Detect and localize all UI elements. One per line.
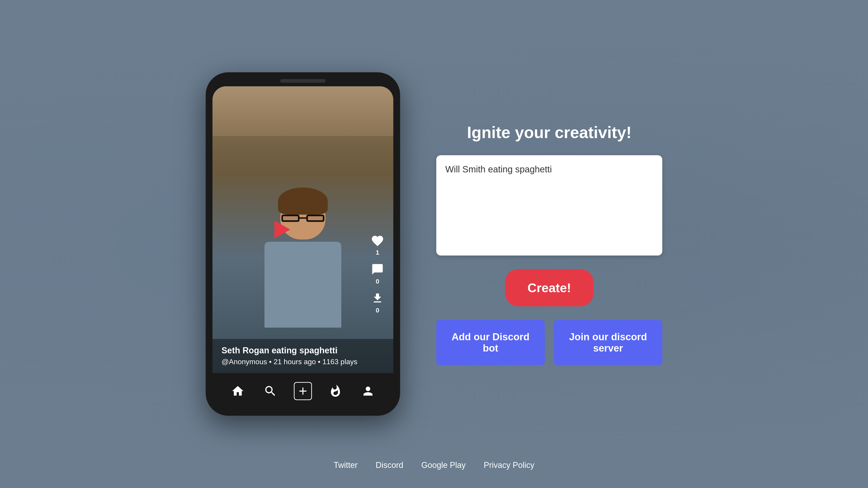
home-icon xyxy=(231,384,245,398)
phone-notch xyxy=(280,79,326,83)
text-input-area: Will Smith eating spaghetti xyxy=(436,155,662,256)
video-info: Seth Rogan eating spaghetti @Anonymous •… xyxy=(213,339,393,373)
nav-fire[interactable] xyxy=(327,382,344,400)
like-action[interactable]: 1 xyxy=(371,234,384,256)
search-icon xyxy=(264,384,277,398)
side-actions: 1 0 xyxy=(371,234,384,314)
fire-icon xyxy=(329,384,342,398)
person-figure xyxy=(260,194,346,328)
profile-icon xyxy=(361,384,375,398)
play-button[interactable] xyxy=(270,218,292,241)
nav-profile[interactable] xyxy=(359,382,377,400)
footer-google-play[interactable]: Google Play xyxy=(421,460,466,470)
prompt-input[interactable]: Will Smith eating spaghetti xyxy=(445,164,653,246)
phone-screen: 1 0 xyxy=(213,86,393,409)
phone-mockup: 1 0 xyxy=(206,72,400,416)
person-body xyxy=(265,242,341,328)
video-bg-top xyxy=(213,86,393,136)
add-icon xyxy=(297,384,309,398)
comment-count: 0 xyxy=(376,278,379,285)
footer-privacy-policy[interactable]: Privacy Policy xyxy=(484,460,534,470)
share-action[interactable]: 0 xyxy=(371,292,384,314)
main-container: 1 0 xyxy=(206,72,662,416)
video-meta: @Anonymous • 21 hours ago • 1163 plays xyxy=(221,358,384,366)
phone-nav xyxy=(213,373,393,409)
right-panel: Ignite your creativity! Will Smith eatin… xyxy=(436,123,662,365)
footer-links: Twitter Discord Google Play Privacy Poli… xyxy=(334,460,534,470)
discord-buttons: Add our Discord bot Join our discord ser… xyxy=(436,320,662,365)
footer-twitter[interactable]: Twitter xyxy=(334,460,358,470)
comment-icon xyxy=(371,263,384,275)
nav-search[interactable] xyxy=(261,382,279,400)
video-area: 1 0 xyxy=(213,86,393,373)
nav-home[interactable] xyxy=(229,382,247,400)
join-discord-server-button[interactable]: Join our discord server xyxy=(554,320,662,365)
comment-action[interactable]: 0 xyxy=(371,263,384,285)
download-icon xyxy=(371,292,384,304)
heart-icon xyxy=(371,234,384,248)
footer-discord[interactable]: Discord xyxy=(376,460,403,470)
share-count: 0 xyxy=(376,307,379,314)
person-hair xyxy=(278,188,328,215)
play-triangle xyxy=(274,221,290,238)
video-title: Seth Rogan eating spaghetti xyxy=(221,346,384,355)
create-button[interactable]: Create! xyxy=(505,269,594,306)
like-count: 1 xyxy=(376,249,379,256)
add-discord-bot-button[interactable]: Add our Discord bot xyxy=(436,320,545,365)
nav-add[interactable] xyxy=(294,382,312,400)
panel-title: Ignite your creativity! xyxy=(467,123,631,142)
